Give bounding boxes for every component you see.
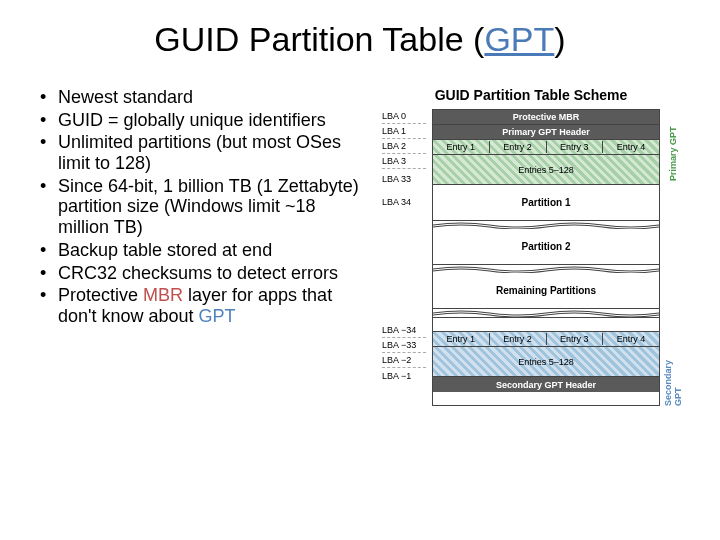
row-protective-mbr: Protective MBR <box>433 110 659 125</box>
row-entries-1-4: Entry 1 Entry 2 Entry 3 Entry 4 <box>433 140 659 155</box>
entry-cell: Entry 3 <box>547 333 604 345</box>
bullet-item: Protective MBR layer for apps that don't… <box>40 285 370 326</box>
bullet-text: Protective <box>58 285 143 305</box>
row-entries-5-128: Entries 5–128 <box>433 155 659 185</box>
content-area: Newest standard GUID = globally unique i… <box>40 87 680 406</box>
lba-label: LBA −2 <box>382 353 426 368</box>
row-partition-1: Partition 1 <box>433 185 659 221</box>
zigzag-break <box>433 221 659 229</box>
title-suffix: ) <box>554 20 565 58</box>
row-partition-2: Partition 2 <box>433 229 659 265</box>
slide-title: GUID Partition Table (GPT) <box>40 20 680 59</box>
scheme-column: Protective MBR Primary GPT Header Entry … <box>432 109 660 406</box>
lba-label: LBA −33 <box>382 338 426 353</box>
entry-cell: Entry 4 <box>603 141 659 153</box>
entry-cell: Entry 2 <box>490 333 547 345</box>
bullet-item: Newest standard <box>40 87 370 108</box>
row-sec-entries-1-4: Entry 1 Entry 2 Entry 3 Entry 4 <box>433 332 659 347</box>
lba-label: LBA 1 <box>382 124 426 139</box>
lba-column: LBA 0 LBA 1 LBA 2 LBA 3 LBA 33 LBA 34 LB… <box>382 109 426 406</box>
bullet-item: GUID = globally unique identifiers <box>40 110 370 131</box>
zigzag-break <box>433 265 659 273</box>
bullet-list: Newest standard GUID = globally unique i… <box>40 87 370 406</box>
row-secondary-header: Secondary GPT Header <box>433 377 659 392</box>
lba-label: LBA −34 <box>382 323 426 338</box>
gpt-diagram: GUID Partition Table Scheme LBA 0 LBA 1 … <box>382 87 680 406</box>
row-spacer <box>433 317 659 332</box>
entry-cell: Entry 4 <box>603 333 659 345</box>
row-remaining-partitions: Remaining Partitions <box>433 273 659 309</box>
title-gpt-link[interactable]: GPT <box>484 20 554 58</box>
mbr-term: MBR <box>143 285 183 305</box>
lba-label: LBA 34 <box>382 184 426 220</box>
side-labels: Primary GPT Secondary GPT <box>666 109 680 406</box>
bullet-item: Since 64-bit, 1 billion TB (1 Zettabyte)… <box>40 176 370 238</box>
bullet-item: Backup table stored at end <box>40 240 370 261</box>
entry-cell: Entry 1 <box>433 333 490 345</box>
entry-cell: Entry 2 <box>490 141 547 153</box>
side-label-secondary: Secondary GPT <box>666 346 680 406</box>
gpt-term: GPT <box>199 306 236 326</box>
entry-cell: Entry 3 <box>547 141 604 153</box>
diagram-title: GUID Partition Table Scheme <box>382 87 680 103</box>
lba-label: LBA 3 <box>382 154 426 169</box>
lba-label: LBA 0 <box>382 109 426 124</box>
side-label-primary: Primary GPT <box>666 124 680 184</box>
bullet-item: CRC32 checksums to detect errors <box>40 263 370 284</box>
lba-label: LBA 2 <box>382 139 426 154</box>
entry-cell: Entry 1 <box>433 141 490 153</box>
row-sec-entries-5-128: Entries 5–128 <box>433 347 659 377</box>
lba-label: LBA −1 <box>382 368 426 383</box>
zigzag-break <box>433 309 659 317</box>
bullet-item: Unlimited partitions (but most OSes limi… <box>40 132 370 173</box>
title-prefix: GUID Partition Table ( <box>154 20 484 58</box>
lba-label: LBA 33 <box>382 169 426 184</box>
row-primary-header: Primary GPT Header <box>433 125 659 140</box>
